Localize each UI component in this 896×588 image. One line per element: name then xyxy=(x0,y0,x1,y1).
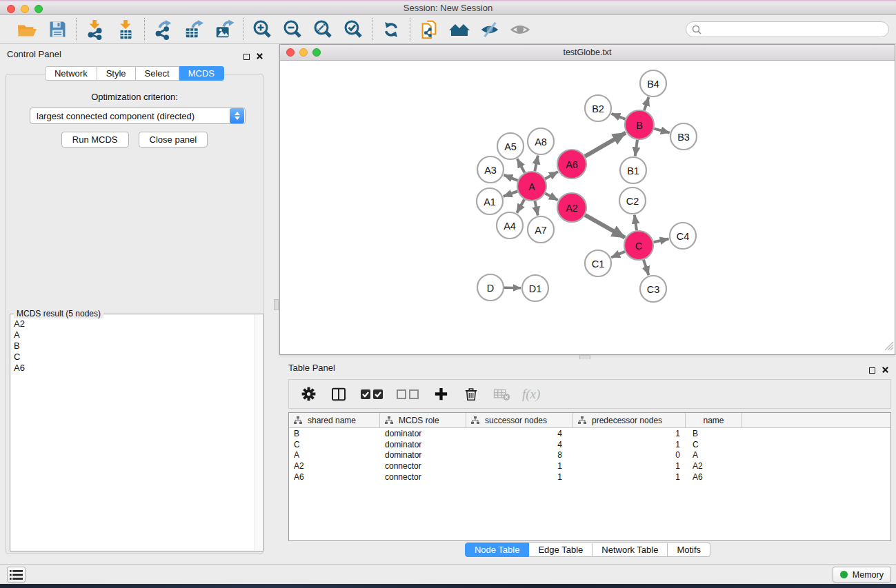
network-canvas[interactable]: B4B2BB3A8A5A6A3B1AA1C2A2A4A7C4CC1C3DD1 xyxy=(280,61,895,354)
table-cell[interactable]: connector xyxy=(380,460,466,472)
table-cell[interactable]: A xyxy=(686,449,742,460)
table-cell[interactable]: dominator xyxy=(380,428,466,439)
graph-edge-B-B2[interactable] xyxy=(612,114,626,119)
graph-edge-A-A6[interactable] xyxy=(545,172,558,179)
table-cell[interactable]: connector xyxy=(380,472,466,483)
tab-mcds[interactable]: MCDS xyxy=(179,66,224,81)
tab-network[interactable]: Network xyxy=(45,66,97,81)
save-session-icon[interactable] xyxy=(46,18,69,41)
close-panel-icon[interactable] xyxy=(256,50,263,63)
graph-edge-A-A3[interactable] xyxy=(504,175,518,181)
table-cell[interactable]: C xyxy=(289,439,380,450)
graph-edge-A-A4[interactable] xyxy=(517,199,524,213)
graph-edge-B-B4[interactable] xyxy=(644,97,648,110)
table-cell[interactable]: 1 xyxy=(466,460,573,472)
maximize-window-button[interactable] xyxy=(34,5,43,13)
minimize-window-button[interactable] xyxy=(21,5,29,13)
birds-eye-view-icon[interactable] xyxy=(508,18,532,41)
zoom-in-icon[interactable] xyxy=(250,18,274,41)
close-window-button[interactable] xyxy=(7,5,15,13)
table-cell[interactable]: dominator xyxy=(380,439,466,450)
run-mcds-button[interactable]: Run MCDS xyxy=(61,132,129,148)
zoom-fit-icon[interactable] xyxy=(311,18,335,41)
graph-edge-C-C3[interactable] xyxy=(644,260,648,275)
table-cell[interactable]: 4 xyxy=(466,439,573,450)
mcds-result-item[interactable]: B xyxy=(14,341,255,352)
hide-graphics-details-icon[interactable] xyxy=(478,18,501,41)
table-cell[interactable]: 1 xyxy=(466,472,573,483)
table-cell[interactable]: 1 xyxy=(573,439,686,450)
network-window-titlebar[interactable]: testGlobe.txt xyxy=(280,45,895,61)
deselect-all-icon[interactable] xyxy=(395,385,420,404)
close-panel-button[interactable]: Close panel xyxy=(139,132,208,148)
network-graph[interactable]: B4B2BB3A8A5A6A3B1AA1C2A2A4A7C4CC1C3DD1 xyxy=(280,61,895,354)
zoom-out-icon[interactable] xyxy=(281,18,304,41)
graph-edge-A6-B[interactable] xyxy=(585,133,626,156)
mcds-result-item[interactable]: A2 xyxy=(14,318,255,330)
tab-style[interactable]: Style xyxy=(97,66,136,81)
table-cell[interactable]: B xyxy=(686,428,742,439)
graph-edge-A-A2[interactable] xyxy=(545,193,557,200)
float-panel-icon[interactable] xyxy=(869,367,875,374)
column-header-mcds-role[interactable]: MCDS role xyxy=(380,413,466,427)
tab-motifs[interactable]: Motifs xyxy=(668,543,710,557)
delete-table-icon[interactable] xyxy=(492,385,511,404)
mcds-result-item[interactable]: A6 xyxy=(14,363,255,374)
search-input[interactable] xyxy=(686,21,889,37)
resize-grip-icon[interactable] xyxy=(884,341,894,354)
graph-edge-C-C1[interactable] xyxy=(611,252,625,258)
tab-select[interactable]: Select xyxy=(136,66,179,81)
table-cell[interactable]: dominator xyxy=(380,449,466,460)
table-row[interactable]: Cdominator41C xyxy=(289,439,890,450)
show-columns-icon[interactable] xyxy=(329,385,348,404)
table-cell[interactable]: B xyxy=(289,428,380,439)
duplicate-network-icon[interactable] xyxy=(417,18,441,41)
table-cell[interactable]: A6 xyxy=(289,472,380,483)
delete-columns-icon[interactable] xyxy=(461,385,481,404)
column-header-name[interactable]: name xyxy=(686,413,742,427)
table-row[interactable]: Bdominator41B xyxy=(289,428,890,439)
graph-edge-B-B3[interactable] xyxy=(654,129,669,133)
table-cell[interactable]: A2 xyxy=(289,460,380,472)
tab-edge-table[interactable]: Edge Table xyxy=(529,543,593,557)
tab-network-table[interactable]: Network Table xyxy=(593,543,668,557)
create-column-icon[interactable] xyxy=(431,385,450,404)
network-close-button[interactable] xyxy=(286,48,295,57)
vertical-splitter-handle[interactable] xyxy=(274,299,279,310)
import-network-icon[interactable] xyxy=(83,18,107,41)
column-header-predecessor-nodes[interactable]: predecessor nodes xyxy=(573,413,686,427)
window-titlebar[interactable]: Session: New Session xyxy=(0,1,896,15)
table-cell[interactable]: 4 xyxy=(466,428,573,439)
mcds-result-item[interactable]: A xyxy=(14,330,255,341)
export-image-icon[interactable] xyxy=(212,18,236,41)
table-row[interactable]: A2connector11A2 xyxy=(289,460,890,472)
criterion-select[interactable]: largest connected component (directed) xyxy=(30,108,246,124)
column-header-successor-nodes[interactable]: successor nodes xyxy=(466,413,573,427)
mcds-result-scrollbar[interactable] xyxy=(255,315,262,550)
table-cell[interactable]: C xyxy=(686,439,742,450)
graph-edge-A-A1[interactable] xyxy=(504,192,518,196)
graph-edge-C-C2[interactable] xyxy=(635,215,637,230)
graph-edge-C-C4[interactable] xyxy=(654,239,669,243)
graph-edge-A-A7[interactable] xyxy=(535,201,537,216)
graph-edge-A2-C[interactable] xyxy=(585,215,625,238)
network-maximize-button[interactable] xyxy=(312,48,321,57)
memory-button[interactable]: Memory xyxy=(833,567,891,582)
settings-gear-icon[interactable] xyxy=(299,385,318,404)
export-table-icon[interactable] xyxy=(182,18,206,41)
network-minimize-button[interactable] xyxy=(299,48,308,57)
open-file-icon[interactable] xyxy=(15,18,39,41)
table-cell[interactable]: 1 xyxy=(573,472,686,483)
table-cell[interactable]: 1 xyxy=(573,428,686,439)
home-icon[interactable] xyxy=(448,18,471,41)
table-cell[interactable]: 8 xyxy=(466,449,573,460)
table-cell[interactable]: A6 xyxy=(686,472,742,483)
import-table-icon[interactable] xyxy=(114,18,137,41)
column-header-shared-name[interactable]: shared name xyxy=(289,413,380,427)
show-panels-list-button[interactable] xyxy=(7,567,26,582)
mcds-result-item[interactable]: C xyxy=(14,352,255,363)
graph-edge-A-A8[interactable] xyxy=(535,156,538,172)
graph-edge-B-B1[interactable] xyxy=(635,140,637,156)
select-all-icon[interactable] xyxy=(359,385,384,404)
table-cell[interactable]: A xyxy=(289,449,380,460)
